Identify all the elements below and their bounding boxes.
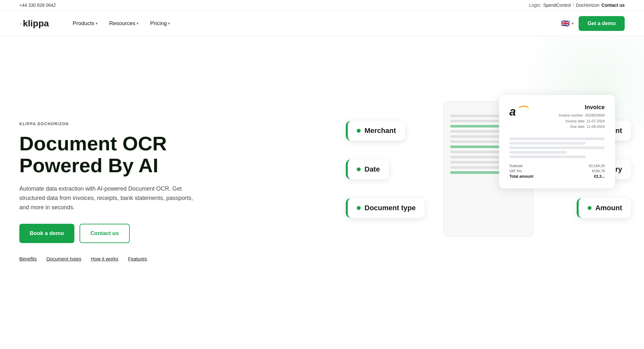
login-label: Login: — [529, 3, 541, 8]
date-tag: Date — [346, 159, 389, 179]
vat-row: VAT 9% €194,78 — [509, 168, 605, 174]
hero-section: KLIPPA DOCHORIZON Document OCR Powered B… — [0, 36, 644, 347]
how-it-works-link[interactable]: How it works — [91, 256, 118, 261]
invoice-details: Invoice number 2024033934 Invoice date 1… — [559, 113, 605, 130]
invoice-info: Invoice Invoice number 2024033934 Invoic… — [559, 104, 605, 130]
nav-resources[interactable]: Resources ▾ — [105, 18, 143, 29]
hero-buttons: Book a demo Contact us — [19, 224, 339, 243]
invoice-header: a⌒ Invoice Invoice number 2024033934 Inv… — [509, 104, 605, 130]
hero-description: Automate data extraction with AI-powered… — [19, 184, 200, 212]
product-label: KLIPPA DOCHORIZON — [19, 122, 339, 126]
pricing-chevron-icon: ▾ — [168, 21, 170, 26]
merchant-tag: Merchant — [346, 121, 405, 141]
top-bar-right: Login: SpendControl / DocHorizon Contact… — [529, 3, 625, 8]
logo-dot: · — [19, 17, 22, 29]
top-bar: +44 330 828 0642 Login: SpendControl / D… — [0, 0, 644, 11]
amazon-logo: a⌒ — [509, 104, 527, 120]
invoice-line-items — [509, 137, 605, 158]
invoice-totals: Subtotal €2,164,20 VAT 9% €194,78 Total … — [509, 163, 605, 179]
main-nav: · klippa Products ▾ Resources ▾ Pricing … — [0, 11, 644, 36]
login-separator: / — [573, 3, 574, 8]
inv-line-2 — [509, 142, 586, 145]
invoice-date-row: Invoice date 11-07-2024 — [559, 118, 605, 124]
flag-icon: 🇬🇧 — [561, 19, 570, 28]
tag-grid: a⌒ Invoice Invoice number 2024033934 Inv… — [352, 101, 625, 282]
invoice-title: Invoice — [559, 104, 605, 111]
features-link[interactable]: Features — [128, 256, 147, 261]
inv-line-3 — [509, 146, 605, 149]
flag-chevron-icon: ▾ — [572, 21, 573, 26]
merchant-dot — [357, 129, 361, 133]
logo-link[interactable]: · klippa — [19, 17, 49, 29]
benefits-link[interactable]: Benefits — [19, 256, 37, 261]
logo-text: klippa — [23, 18, 49, 29]
hero-left: KLIPPA DOCHORIZON Document OCR Powered B… — [19, 122, 352, 261]
contact-us-button[interactable]: Contact us — [80, 224, 130, 243]
hero-right: a⌒ Invoice Invoice number 2024033934 Inv… — [352, 101, 625, 282]
login-spendcontrol[interactable]: SpendControl — [543, 3, 571, 8]
inv-line-1 — [509, 137, 605, 140]
document-types-link[interactable]: Document types — [46, 256, 81, 261]
amazon-arrow: ⌒ — [516, 105, 527, 118]
phone-number: +44 330 828 0642 — [19, 3, 56, 8]
login-dochorizon[interactable]: DocHorizon — [576, 3, 600, 8]
amount-dot — [588, 206, 592, 210]
amount-tag: Amount — [577, 198, 631, 218]
topbar-contact-link[interactable]: Contact us — [601, 3, 625, 8]
get-demo-button[interactable]: Get a demo — [579, 16, 625, 31]
date-dot — [357, 167, 361, 171]
document-type-tag: Document type — [346, 198, 425, 218]
inv-line-4 — [509, 151, 567, 154]
resources-chevron-icon: ▾ — [137, 21, 138, 26]
book-demo-button[interactable]: Book a demo — [19, 224, 74, 243]
products-chevron-icon: ▾ — [96, 21, 98, 26]
hero-title: Document OCR Powered By AI — [19, 133, 339, 176]
nav-right: 🇬🇧 ▾ Get a demo — [561, 16, 625, 31]
inv-line-5 — [509, 156, 586, 158]
invoice-due-row: Due date 11-08-2024 — [559, 124, 605, 130]
doctype-dot — [357, 206, 361, 210]
nav-links: Products ▾ Resources ▾ Pricing ▾ — [68, 18, 561, 29]
language-selector[interactable]: 🇬🇧 ▾ — [561, 19, 573, 28]
subtotal-row: Subtotal €2,164,20 — [509, 163, 605, 168]
invoice-number-row: Invoice number 2024033934 — [559, 113, 605, 118]
hero-nav-links: Benefits Document types How it works Fea… — [19, 256, 339, 261]
invoice-card: a⌒ Invoice Invoice number 2024033934 Inv… — [499, 95, 615, 188]
nav-pricing[interactable]: Pricing ▾ — [146, 18, 175, 29]
nav-products[interactable]: Products ▾ — [68, 18, 102, 29]
total-row: Total amount €2,3... — [509, 174, 605, 179]
